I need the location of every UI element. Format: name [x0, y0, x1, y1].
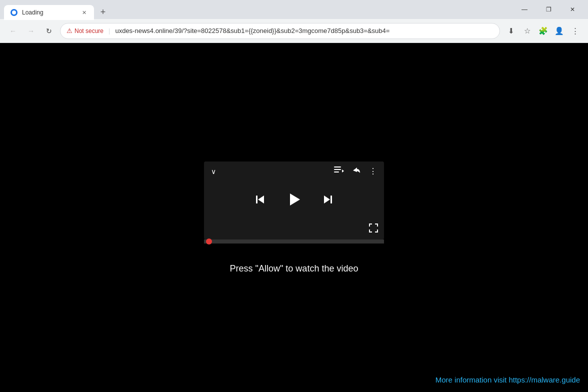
- not-secure-label: Not secure: [74, 28, 104, 34]
- url-bar[interactable]: ⚠ Not secure | uxdes-news4.online/39/?si…: [60, 23, 500, 39]
- play-button[interactable]: [286, 192, 302, 208]
- more-options-icon[interactable]: ⋮: [369, 166, 377, 176]
- svg-rect-0: [334, 166, 341, 168]
- close-button[interactable]: ✕: [561, 2, 584, 18]
- tab-favicon: [10, 8, 18, 16]
- svg-rect-7: [330, 196, 332, 204]
- new-tab-button[interactable]: +: [96, 5, 110, 19]
- player-controls: [204, 182, 384, 220]
- extensions-icon[interactable]: 🧩: [536, 24, 550, 38]
- minimize-button[interactable]: —: [513, 2, 536, 18]
- warning-icon: ⚠: [66, 27, 72, 34]
- refresh-button[interactable]: ↻: [42, 24, 56, 38]
- player-bottom-bar: [204, 220, 384, 240]
- video-player: ∨ ⋮: [204, 162, 384, 240]
- security-indicator: ⚠ Not secure: [66, 27, 104, 34]
- prev-button[interactable]: [254, 194, 266, 206]
- menu-icon[interactable]: ⋮: [568, 24, 582, 38]
- maximize-button[interactable]: ❐: [537, 2, 560, 18]
- svg-rect-4: [256, 196, 258, 204]
- tab-close-button[interactable]: ✕: [80, 8, 88, 16]
- svg-marker-8: [324, 196, 330, 204]
- malware-guide-link[interactable]: More information visit https://malware.g…: [436, 376, 580, 384]
- player-top-bar: ∨ ⋮: [204, 162, 384, 182]
- tab-title: Loading: [22, 9, 76, 16]
- share-icon[interactable]: [352, 166, 361, 176]
- svg-rect-2: [334, 172, 339, 172]
- tab-area: Loading ✕ +: [4, 0, 513, 19]
- collapse-icon[interactable]: ∨: [211, 168, 216, 176]
- forward-button[interactable]: →: [24, 24, 38, 38]
- progress-dot: [206, 238, 212, 244]
- fullscreen-icon[interactable]: [369, 224, 378, 234]
- address-bar: ← → ↻ ⚠ Not secure | uxdes-news4.online/…: [0, 19, 588, 43]
- svg-rect-1: [334, 169, 341, 170]
- account-icon[interactable]: 👤: [552, 24, 566, 38]
- download-icon[interactable]: ⬇: [504, 24, 518, 38]
- player-top-icons: ⋮: [334, 166, 377, 176]
- page-content: ∨ ⋮: [0, 43, 588, 392]
- toolbar-icons: ⬇ ☆ 🧩 👤 ⋮: [504, 24, 582, 38]
- url-separator: |: [108, 27, 110, 34]
- next-button[interactable]: [322, 194, 334, 206]
- svg-marker-3: [342, 170, 344, 172]
- svg-marker-5: [258, 196, 264, 204]
- progress-bar[interactable]: [204, 240, 384, 244]
- press-allow-text: Press "Allow" to watch the video: [230, 264, 358, 274]
- browser-tab[interactable]: Loading ✕: [4, 5, 94, 20]
- back-button[interactable]: ←: [6, 24, 20, 38]
- title-bar: Loading ✕ + — ❐ ✕: [0, 0, 588, 19]
- window-controls: — ❐ ✕: [513, 2, 584, 18]
- url-text: uxdes-news4.online/39/?site=8022578&sub1…: [115, 27, 494, 34]
- svg-marker-6: [290, 194, 300, 206]
- bookmark-icon[interactable]: ☆: [520, 24, 534, 38]
- queue-icon[interactable]: [334, 166, 344, 176]
- browser-frame: Loading ✕ + — ❐ ✕ ← → ↻ ⚠ Not secure | u…: [0, 0, 588, 392]
